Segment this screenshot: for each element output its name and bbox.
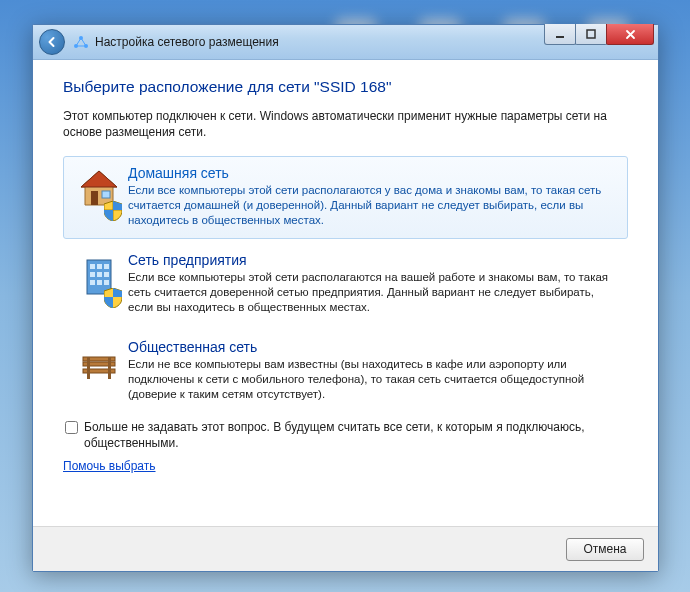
option-work-desc: Если все компьютеры этой сети располагаю… — [128, 270, 617, 315]
minimize-icon — [555, 29, 565, 39]
titlebar: Настройка сетевого размещения — [33, 25, 658, 60]
option-home-desc: Если все компьютеры этой сети располагаю… — [128, 183, 617, 228]
svg-rect-15 — [104, 272, 109, 277]
content-area: Выберите расположение для сети "SSID 168… — [33, 60, 658, 526]
option-public-desc: Если не все компьютеры вам известны (вы … — [128, 357, 617, 402]
shield-icon — [104, 288, 122, 311]
home-icon — [74, 165, 124, 228]
cancel-button[interactable]: Отмена — [566, 538, 644, 561]
page-heading: Выберите расположение для сети "SSID 168… — [63, 78, 628, 96]
window-controls — [545, 24, 654, 45]
svg-rect-4 — [587, 30, 595, 38]
bench-icon — [74, 339, 124, 402]
shield-icon — [104, 201, 122, 224]
page-intro: Этот компьютер подключен к сети. Windows… — [63, 108, 628, 140]
svg-rect-23 — [108, 357, 111, 379]
dialog-window: Настройка сетевого размещения Выберите р… — [32, 24, 659, 572]
option-home-network[interactable]: Домашняя сеть Если все компьютеры этой с… — [63, 156, 628, 239]
svg-rect-8 — [102, 191, 110, 198]
maximize-icon — [586, 29, 596, 39]
svg-rect-18 — [104, 280, 109, 285]
footer: Отмена — [33, 526, 658, 571]
svg-marker-6 — [81, 171, 117, 187]
help-link[interactable]: Помочь выбрать — [63, 459, 156, 473]
network-icon — [73, 34, 89, 50]
arrow-left-icon — [46, 36, 58, 48]
close-button[interactable] — [606, 24, 654, 45]
dont-ask-checkbox[interactable] — [65, 421, 78, 434]
option-work-network[interactable]: Сеть предприятия Если все компьютеры это… — [63, 243, 628, 326]
option-home-title: Домашняя сеть — [128, 165, 617, 181]
svg-rect-22 — [87, 357, 90, 379]
maximize-button[interactable] — [575, 24, 607, 45]
svg-rect-12 — [104, 264, 109, 269]
building-icon — [74, 252, 124, 315]
option-work-title: Сеть предприятия — [128, 252, 617, 268]
svg-rect-17 — [97, 280, 102, 285]
svg-rect-13 — [90, 272, 95, 277]
svg-rect-16 — [90, 280, 95, 285]
minimize-button[interactable] — [544, 24, 576, 45]
dont-ask-label: Больше не задавать этот вопрос. В будуще… — [84, 419, 628, 451]
svg-rect-7 — [91, 191, 98, 205]
svg-rect-14 — [97, 272, 102, 277]
back-button[interactable] — [39, 29, 65, 55]
dont-ask-row[interactable]: Больше не задавать этот вопрос. В будуще… — [63, 419, 628, 451]
option-public-network[interactable]: Общественная сеть Если не все компьютеры… — [63, 330, 628, 413]
svg-rect-10 — [90, 264, 95, 269]
svg-rect-11 — [97, 264, 102, 269]
window-title: Настройка сетевого размещения — [95, 35, 279, 49]
option-public-title: Общественная сеть — [128, 339, 617, 355]
close-icon — [625, 29, 636, 40]
svg-rect-3 — [556, 36, 564, 38]
